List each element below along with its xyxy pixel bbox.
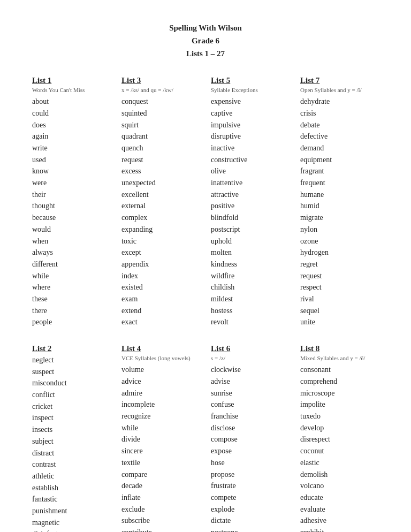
list7-title: List 7 <box>300 76 379 85</box>
list-item: propose <box>211 469 290 481</box>
list-item: request <box>121 154 200 166</box>
list-item: while <box>32 270 111 282</box>
list-item: mildest <box>211 293 290 305</box>
list-item: again <box>32 131 111 142</box>
list-item: inattentive <box>211 177 290 189</box>
list4-subtitle: VCE Syllables (long vowels) <box>121 354 200 362</box>
list-item: conflict <box>32 389 111 401</box>
list-list8: List 8Mixed Syllables and y = /ē/consona… <box>300 344 379 532</box>
list-item: quench <box>121 142 200 154</box>
list-item: fantastic <box>32 493 111 505</box>
list-item: exam <box>121 293 200 305</box>
list-item: compete <box>211 492 290 504</box>
list-item: excess <box>121 165 200 177</box>
list-item: captive <box>211 108 290 119</box>
list-item: request <box>300 270 379 282</box>
list-item: punishment <box>32 505 111 517</box>
list-item: about <box>32 96 111 108</box>
list-item: athletic <box>32 470 111 482</box>
list-item: recognize <box>121 411 200 422</box>
list-item: postscript <box>211 224 290 235</box>
list-item: except <box>121 247 200 259</box>
list-list3: List 3x = /ks/ and qu = /kw/conquestsqui… <box>121 76 200 328</box>
list7-subtitle: Open Syllables and y = /ī/ <box>300 86 379 94</box>
list-item: regret <box>300 259 379 270</box>
list-item: dehydrate <box>300 96 379 108</box>
list8-title: List 8 <box>300 344 379 353</box>
list-item: comprehend <box>300 376 379 387</box>
list3-title: List 3 <box>121 76 200 85</box>
list-list5: List 5Syllable Exceptionsexpensivecaptiv… <box>211 76 290 328</box>
list-item: admire <box>121 387 200 399</box>
list-list2: List 2neglectsuspectmisconductconflictcr… <box>32 344 111 532</box>
list-item: contribute <box>121 527 200 532</box>
list-item: disinfect <box>32 528 111 532</box>
list-item: these <box>32 293 111 305</box>
list2-title: List 2 <box>32 344 111 353</box>
list-item: ozone <box>300 235 379 247</box>
list-item: misconduct <box>32 377 111 389</box>
list-item: dictate <box>211 515 290 527</box>
list-item: debate <box>300 119 379 131</box>
list-item: different <box>32 259 111 270</box>
list-item: positive <box>211 200 290 212</box>
list-item: educate <box>300 492 379 504</box>
list-item: clockwise <box>211 364 290 376</box>
list-item: excellent <box>121 189 200 201</box>
list-item: defective <box>300 131 379 142</box>
list-item: does <box>32 119 111 131</box>
list-item: consonant <box>300 364 379 376</box>
row2-columns: List 2neglectsuspectmisconductconflictcr… <box>32 344 379 532</box>
list-item: incomplete <box>121 399 200 411</box>
list-item: postpone <box>211 527 290 532</box>
list-item: complex <box>121 212 200 224</box>
list-item: index <box>121 270 200 282</box>
list8-subtitle: Mixed Syllables and y = /ē/ <box>300 354 379 362</box>
list-item: would <box>32 224 111 235</box>
list-item: magnetic <box>32 517 111 529</box>
list-item: expanding <box>121 224 200 235</box>
list1-title: List 1 <box>32 76 111 85</box>
list-item: rival <box>300 293 379 305</box>
list-item: revolt <box>211 316 290 328</box>
row1-columns: List 1Words You Can't Missaboutcoulddoes… <box>32 76 379 328</box>
list-item: demand <box>300 142 379 154</box>
list-item: evaluate <box>300 504 379 515</box>
list-item: divide <box>121 434 200 445</box>
list-item: impolite <box>300 399 379 411</box>
list-item: squirt <box>121 119 200 131</box>
list-item: subscribe <box>121 515 200 527</box>
list5-subtitle: Syllable Exceptions <box>211 86 290 94</box>
list-item: microscope <box>300 387 379 399</box>
list-item: coconut <box>300 445 379 457</box>
list-item: know <box>32 165 111 177</box>
list-item: hose <box>211 457 290 469</box>
list-item: because <box>32 212 111 224</box>
list-item: disrespect <box>300 434 379 445</box>
list-item: write <box>32 142 111 154</box>
list-item: explode <box>211 504 290 515</box>
list-item: could <box>32 108 111 119</box>
list-item: exclude <box>121 504 200 515</box>
list-item: hostess <box>211 305 290 317</box>
list-item: used <box>32 154 111 166</box>
list-item: crisis <box>300 108 379 119</box>
list-item: sincere <box>121 445 200 457</box>
list-item: unexpected <box>121 177 200 189</box>
list6-title: List 6 <box>211 344 290 353</box>
page-title: Spelling With Wilson Grade 6 Lists 1 – 2… <box>32 21 379 60</box>
list-item: humid <box>300 200 379 212</box>
list-item: extend <box>121 305 200 317</box>
list-item: constructive <box>211 154 290 166</box>
list-item: compare <box>121 469 200 481</box>
list-item: while <box>121 422 200 434</box>
list-item: prohibit <box>300 527 379 532</box>
list-item: their <box>32 189 111 201</box>
list-item: fragrant <box>300 165 379 177</box>
list-item: squinted <box>121 108 200 119</box>
list-item: conquest <box>121 96 200 108</box>
list-item: wildfire <box>211 270 290 282</box>
list-item: confuse <box>211 399 290 411</box>
list-item: when <box>32 235 111 247</box>
list-item: thought <box>32 200 111 212</box>
